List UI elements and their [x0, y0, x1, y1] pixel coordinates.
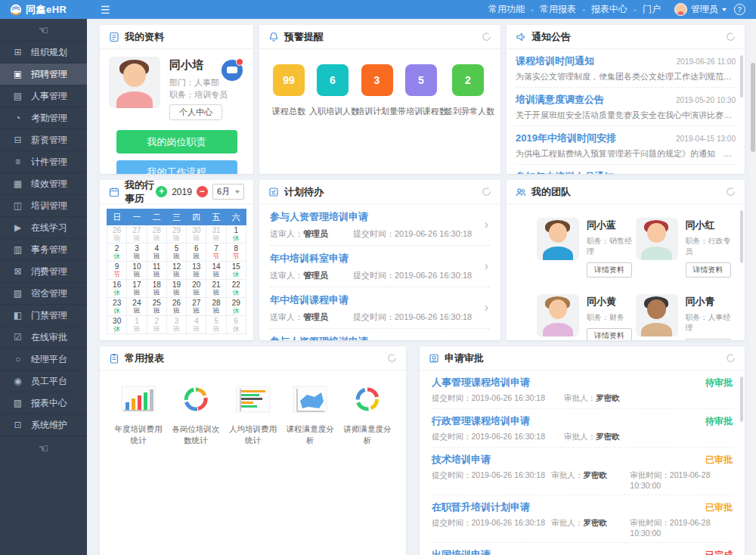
month-select[interactable]: 6月: [212, 184, 244, 200]
sidebar-item-17[interactable]: ⊡系统维护: [0, 414, 87, 436]
todo-row[interactable]: 参与人资管理培训申请送审人：管理员提交时间：2019-06-26 16:30:1…: [270, 204, 490, 246]
todo-row[interactable]: 年中培训课程申请送审人：管理员提交时间：2019-06-26 16:30:18›: [270, 287, 490, 329]
calendar-day[interactable]: 27班: [187, 298, 206, 316]
todo-row[interactable]: 年中培训科室申请送审人：管理员提交时间：2019-06-26 16:30:18›: [270, 246, 490, 287]
calendar-day[interactable]: 27班: [127, 225, 147, 243]
alert-count-badge[interactable]: 99: [273, 64, 305, 96]
report-item[interactable]: 年度培训费用统计: [113, 386, 163, 446]
sidebar-item-3[interactable]: ◔考勤管理: [0, 107, 87, 129]
my-duties-button[interactable]: 我的岗位职责: [116, 130, 237, 153]
personal-center-button[interactable]: 个人中心: [169, 104, 222, 120]
calendar-day[interactable]: 2班: [147, 316, 166, 334]
calendar-day[interactable]: 3班: [127, 243, 147, 262]
year-increase-button[interactable]: +: [156, 186, 167, 197]
calendar-day[interactable]: 11班: [147, 262, 166, 280]
alert-count-badge[interactable]: 6: [317, 64, 349, 96]
sidebar-collapse-icon[interactable]: ☜: [0, 19, 87, 42]
messages-button[interactable]: [222, 60, 243, 81]
calendar-day[interactable]: 21班: [206, 280, 226, 298]
refresh-icon[interactable]: [482, 32, 491, 42]
sidebar-item-1[interactable]: ▣招聘管理: [0, 64, 87, 85]
approval-row[interactable]: 行政管理课程培训申请待审批提交时间：2019-06-26 16:30:18审批人…: [432, 409, 733, 448]
calendar-day[interactable]: 26班: [166, 298, 186, 316]
sidebar-item-5[interactable]: ≡计件管理: [0, 151, 87, 173]
sidebar-item-12[interactable]: ◧门禁管理: [0, 305, 87, 327]
calendar-day[interactable]: 18班: [147, 280, 166, 298]
member-detail-button[interactable]: 详情资料: [587, 262, 632, 278]
notices-scrollbar[interactable]: [740, 55, 743, 98]
sidebar-item-8[interactable]: ▶在线学习: [0, 217, 87, 239]
notice-row[interactable]: 2019年中培训时间安排2019-04-15 13:00为供电工程贴费纳入预算管…: [516, 126, 736, 165]
report-item[interactable]: 人均培训费用统计: [228, 386, 278, 446]
calendar-day[interactable]: 30班: [187, 225, 206, 243]
report-item[interactable]: 讲师满意度分析: [342, 386, 392, 446]
topbar-nav-item-3[interactable]: 门户: [641, 3, 662, 16]
user-menu[interactable]: 管理员: [674, 3, 727, 16]
calendar-day[interactable]: 23休: [107, 298, 127, 316]
notice-row[interactable]: 培训满意度调查公告2019-05-20 10:30关于开展班组安全活动质量竞赛及…: [516, 88, 736, 126]
calendar-day[interactable]: 2休: [107, 243, 127, 262]
calendar-day[interactable]: 14班: [206, 262, 226, 280]
calendar-day[interactable]: 26班: [107, 225, 127, 243]
calendar-day[interactable]: 28班: [206, 298, 226, 316]
calendar-day[interactable]: 25班: [147, 298, 166, 316]
sidebar-item-16[interactable]: ▨报表中心: [0, 392, 87, 414]
calendar-day[interactable]: 12班: [166, 262, 186, 280]
calendar-day[interactable]: 16休: [107, 280, 127, 298]
calendar-day[interactable]: 29休: [226, 298, 246, 316]
calendar-day[interactable]: 4班: [187, 316, 206, 334]
calendar-day[interactable]: 1休: [226, 225, 246, 243]
sidebar-item-2[interactable]: ▤人事管理: [0, 85, 87, 107]
refresh-icon[interactable]: [726, 187, 736, 197]
calendar-day[interactable]: 6班: [187, 243, 206, 262]
calendar-day[interactable]: 5班: [206, 316, 226, 334]
calendar-day[interactable]: 15休: [226, 262, 246, 280]
sidebar-item-7[interactable]: ◫培训管理: [0, 195, 87, 217]
calendar-day[interactable]: 29班: [166, 225, 186, 243]
calendar-day[interactable]: 5班: [166, 243, 186, 262]
sidebar-item-0[interactable]: ⊞组织规划: [0, 42, 87, 64]
member-detail-button[interactable]: 详情资料: [686, 262, 731, 278]
calendar-day[interactable]: 13班: [187, 262, 206, 280]
page-scrollbar[interactable]: [750, 19, 756, 555]
calendar-day[interactable]: 1班: [127, 316, 147, 334]
sidebar-item-4[interactable]: ⊟薪资管理: [0, 129, 87, 151]
refresh-icon[interactable]: [387, 353, 397, 363]
sidebar-item-9[interactable]: ▥事务管理: [0, 239, 87, 261]
calendar-day[interactable]: 31班: [206, 225, 226, 243]
calendar-day[interactable]: 17班: [127, 280, 147, 298]
topbar-nav-item-2[interactable]: 报表中心: [590, 3, 629, 16]
calendar-day[interactable]: 22休: [226, 280, 246, 298]
alert-count-badge[interactable]: 2: [452, 64, 484, 96]
topbar-nav-item-1[interactable]: 常用报表: [538, 3, 578, 16]
team-scrollbar[interactable]: [740, 210, 743, 263]
calendar-day[interactable]: 10班: [127, 262, 147, 280]
page-scrollbar-thumb[interactable]: [751, 63, 755, 152]
help-button[interactable]: ？: [734, 4, 745, 15]
refresh-icon[interactable]: [726, 32, 736, 42]
report-item[interactable]: 课程满意度分析: [285, 386, 335, 446]
approval-row[interactable]: 技术培训申请已审批提交时间：2019-06-26 16:30:18审批人：罗密欧…: [432, 448, 733, 495]
approval-row[interactable]: 人事管理课程培训申请待审批提交时间：2019-06-26 16:30:18审批人…: [432, 371, 733, 409]
calendar-day[interactable]: 6休: [226, 316, 246, 334]
approval-row[interactable]: 出国培训申请已完成提交时间：2019-06-26 16:30:18审批人：罗密欧…: [432, 543, 733, 555]
alert-count-badge[interactable]: 3: [361, 64, 393, 96]
notice-row[interactable]: 参加年中培训人员通知2019-02-21 11:00要进一步加强供用电合同管理，…: [516, 165, 736, 174]
calendar-day[interactable]: 9节: [107, 262, 127, 280]
year-decrease-button[interactable]: −: [197, 186, 208, 197]
todo-row[interactable]: 参与人资管理培训申请送审人：管理员提交时间：2019-06-26 16:30:1…: [270, 329, 490, 340]
sidebar-bottom-hand-icon[interactable]: ☜: [0, 436, 87, 459]
calendar-day[interactable]: 20班: [187, 280, 206, 298]
sidebar-item-10[interactable]: ⊠消费管理: [0, 261, 87, 283]
approvals-scrollbar[interactable]: [740, 377, 743, 422]
report-item[interactable]: 各岗位培训次数统计: [171, 386, 221, 446]
approval-row[interactable]: 在职晋升培训计划申请已审批提交时间：2019-06-26 16:30:18审批人…: [432, 495, 733, 543]
calendar-day[interactable]: 3班: [166, 316, 186, 334]
sidebar-item-6[interactable]: ▦绩效管理: [0, 173, 87, 195]
logo[interactable]: 同鑫eHR: [0, 3, 87, 17]
sidebar-item-11[interactable]: ▧宿舍管理: [0, 283, 87, 305]
calendar-day[interactable]: 28班: [147, 225, 166, 243]
member-detail-button[interactable]: 详情资料: [686, 339, 731, 340]
calendar-day[interactable]: 8节: [226, 243, 246, 262]
topbar-nav-item-0[interactable]: 常用功能: [487, 3, 526, 16]
